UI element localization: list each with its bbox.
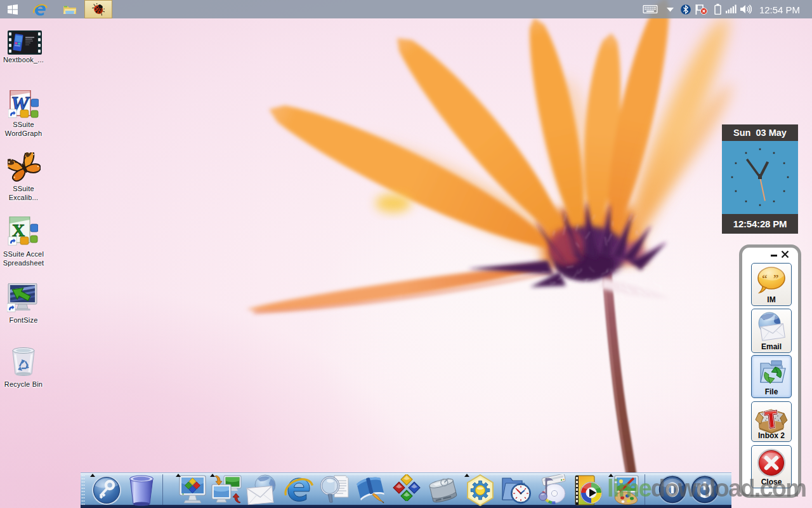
svg-text:“: “ — [762, 272, 768, 284]
svg-text:”: ” — [773, 272, 779, 284]
